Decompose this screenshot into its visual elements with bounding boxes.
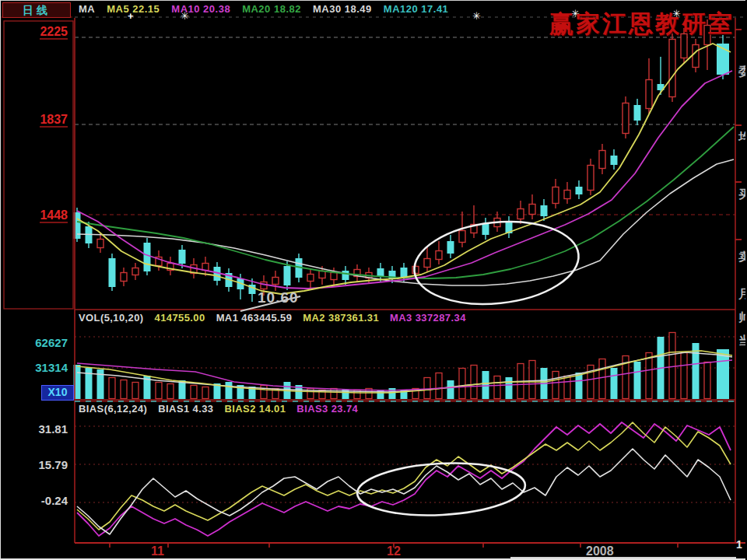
bias-axis-label: 31.81 bbox=[1, 422, 68, 436]
sidebar-clipped-char: 月 bbox=[738, 287, 745, 302]
sidebar-clipped-char: 买 bbox=[738, 187, 745, 202]
volume-axis-label: 31314 bbox=[1, 361, 68, 374]
ma-value-ma20: MA20 18.82 bbox=[242, 3, 301, 15]
indicator-value-bias1: BIAS1 4.33 bbox=[158, 403, 213, 415]
price-axis-label: 2225 bbox=[1, 25, 68, 39]
sidebar-clipped-char: 当 bbox=[738, 334, 745, 348]
ma-value-ma10: MA10 20.38 bbox=[171, 3, 230, 15]
price-axis-label: 1448 bbox=[1, 208, 68, 222]
ma-value-ma5: MA5 22.15 bbox=[107, 3, 160, 15]
time-axis-label: 11 bbox=[151, 544, 164, 558]
ma-value-ma120: MA120 17.41 bbox=[384, 3, 449, 15]
price-annotation: 10.60 bbox=[258, 289, 299, 306]
svg-text:✳: ✳ bbox=[472, 10, 481, 22]
ma-values-row: MAMA5 22.15MA10 20.38MA20 18.82MA30 18.4… bbox=[79, 3, 460, 15]
sidebar-clipped-char: 卖 bbox=[738, 250, 745, 264]
bias-axis-label: 15.79 bbox=[1, 458, 68, 471]
volume-unit-badge[interactable]: X10 bbox=[41, 385, 74, 401]
sidebar-clipped-char: 委 bbox=[738, 65, 745, 79]
watermark-text: 赢家江恩教研室 bbox=[549, 8, 735, 40]
ma-value-ma: MA bbox=[79, 3, 95, 15]
indicator-value-bias2: BIAS2 14.01 bbox=[225, 403, 286, 415]
indicator-value-ma3: MA3 337287.34 bbox=[390, 312, 466, 324]
bias-axis-label: -0.24 bbox=[1, 494, 68, 507]
price-axis-label: 1837 bbox=[1, 113, 68, 127]
indicator-value-bias3: BIAS3 23.74 bbox=[296, 403, 358, 415]
candlestick-chart-canvas[interactable]: +✳✳✳✳ bbox=[1, 1, 745, 560]
period-tab-daily[interactable]: 日线 bbox=[2, 2, 71, 18]
sidebar-clipped-char: 帅 bbox=[738, 310, 745, 325]
bias-indicator-header: BIAS(6,12,24)BIAS1 4.33BIAS2 14.01BIAS3 … bbox=[79, 403, 369, 415]
indicator-value-ma1: MA1 463445.59 bbox=[216, 312, 293, 324]
sidebar-clipped-char: 均 bbox=[738, 130, 745, 145]
time-axis-label: 12 bbox=[387, 544, 401, 558]
ma-value-ma30: MA30 18.49 bbox=[313, 3, 372, 15]
indicator-value-current: 414755.00 bbox=[155, 312, 205, 324]
indicator-value-vol51020: VOL(5,10,20) bbox=[79, 312, 144, 324]
volume-axis-label: 62627 bbox=[1, 336, 68, 349]
indicator-value-bias61224: BIAS(6,12,24) bbox=[79, 403, 147, 415]
time-axis-label: 2008 bbox=[586, 544, 614, 558]
page-indicator: 1 bbox=[736, 538, 742, 551]
stock-chart-app: +✳✳✳✳ 日线 MAMA5 22.15MA10 20.38MA20 18.82… bbox=[0, 0, 745, 560]
volume-indicator-header: VOL(5,10,20)414755.00MA1 463445.59MA2 38… bbox=[79, 312, 477, 324]
indicator-value-ma2: MA2 387361.31 bbox=[303, 312, 379, 324]
